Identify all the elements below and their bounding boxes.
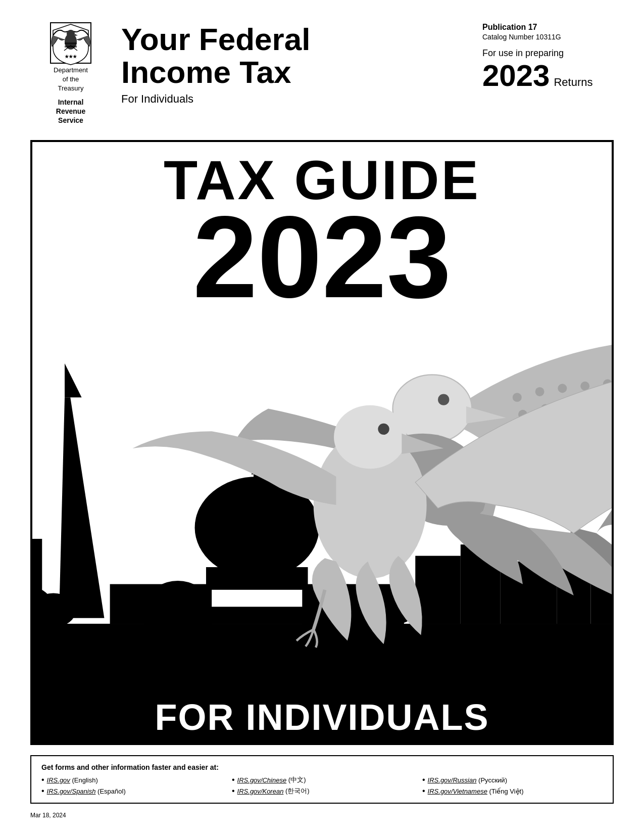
svg-text:★★★: ★★★ [65, 54, 77, 59]
svg-point-41 [535, 387, 544, 396]
svg-point-36 [32, 593, 76, 627]
cover-year: 2023 [32, 208, 612, 307]
svg-rect-29 [415, 555, 461, 623]
irs-logo-icon: ★★★ [48, 20, 93, 66]
link-chinese[interactable]: IRS.gov/Chinese (中文) [232, 775, 412, 784]
svg-point-8 [438, 394, 449, 405]
department-text: Department of the Treasury [54, 66, 88, 94]
cover-box: TAX GUIDE 2023 [30, 140, 614, 745]
svg-rect-5 [65, 45, 77, 48]
page: ★★★ Department of the Treasury Internal … [0, 0, 644, 834]
svg-rect-9 [32, 624, 612, 691]
tax-year-big: 2023 [482, 61, 550, 91]
header: ★★★ Department of the Treasury Internal … [30, 20, 614, 125]
for-use-text: For use in preparing [482, 48, 614, 59]
logo-section: ★★★ Department of the Treasury Internal … [30, 20, 111, 125]
footer-section: Get forms and other information faster a… [30, 755, 614, 804]
svg-point-37 [150, 581, 206, 622]
link-russian[interactable]: IRS.gov/Russian (Русский) [422, 775, 603, 784]
svg-point-2 [67, 30, 75, 38]
title-section: Your Federal Income Tax For Individuals [111, 20, 472, 106]
svg-rect-4 [65, 42, 77, 44]
cover-illustration [32, 307, 612, 691]
link-vietnamese[interactable]: IRS.gov/Vietnamese (Tiếng Việt) [422, 786, 603, 796]
catalog-number: Catalog Number 10311G [482, 33, 614, 41]
publication-section: Publication 17 Catalog Number 10311G For… [472, 20, 614, 91]
footer-links-grid: IRS.gov (English) IRS.gov/Chinese (中文) I… [41, 775, 603, 796]
svg-rect-23 [223, 555, 291, 573]
publication-number: Publication 17 [482, 23, 614, 32]
footer-title-text: Get forms and other information faster a… [41, 763, 603, 771]
subtitle-text: For Individuals [121, 92, 472, 106]
for-individuals-label: FOR INDIVIDUALS [32, 691, 612, 743]
link-english[interactable]: IRS.gov (English) [41, 775, 222, 784]
svg-point-40 [513, 393, 522, 402]
svg-point-88 [378, 423, 389, 434]
link-korean[interactable]: IRS.gov/Korean (한국어) [232, 786, 412, 796]
cover-content: TAX GUIDE 2023 [32, 142, 612, 743]
eagle-skyline-illustration [32, 307, 612, 691]
svg-rect-27 [254, 474, 260, 497]
svg-point-42 [558, 384, 567, 393]
irs-agency-text: Internal Revenue Service [56, 98, 85, 125]
link-spanish[interactable]: IRS.gov/Spanish (Español) [41, 786, 222, 796]
year-returns: 2023 Returns [482, 61, 614, 91]
returns-label: Returns [554, 76, 592, 89]
publication-date: Mar 18, 2024 [30, 812, 614, 819]
svg-point-87 [334, 405, 406, 468]
main-title: Your Federal Income Tax [121, 23, 472, 88]
